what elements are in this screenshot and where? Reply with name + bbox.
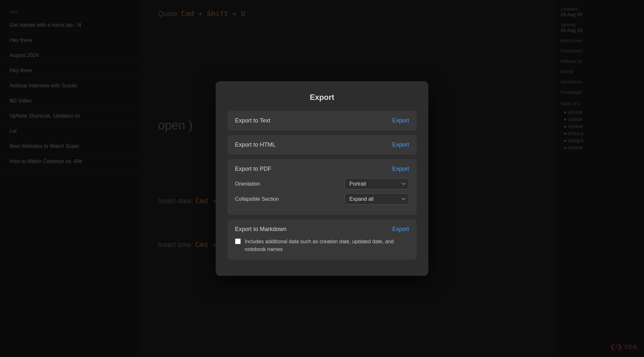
export-html-label: Export to HTML: [235, 141, 276, 148]
modal-title: Export: [227, 93, 417, 102]
collapsible-label: Collapsible Section: [235, 196, 279, 202]
export-html-button[interactable]: Export: [392, 141, 409, 148]
export-html-row: Export to HTML Export: [235, 141, 409, 148]
orientation-row: Orientation Portrait Landscape: [235, 178, 409, 189]
export-text-label: Export to Text: [235, 117, 270, 124]
export-markdown-section: Export to Markdown Export Includes addit…: [227, 219, 417, 260]
export-html-section: Export to HTML Export: [227, 135, 417, 155]
markdown-checkbox-row: Includes additional data such as creatio…: [235, 238, 409, 253]
export-pdf-button[interactable]: Export: [392, 166, 409, 172]
markdown-checkbox[interactable]: [235, 238, 241, 244]
export-text-button[interactable]: Export: [392, 117, 409, 124]
markdown-checkbox-label: Includes additional data such as creatio…: [245, 238, 409, 253]
pdf-options: Orientation Portrait Landscape Collapsib…: [235, 178, 409, 205]
export-pdf-section: Export to PDF Export Orientation Portrai…: [227, 159, 417, 215]
collapsible-row: Collapsible Section Expand all Collapse …: [235, 193, 409, 205]
modal-overlay[interactable]: Export Export to Text Export Export to H…: [0, 0, 644, 357]
export-pdf-label: Export to PDF: [235, 166, 271, 172]
export-markdown-label: Export to Markdown: [235, 226, 287, 233]
export-pdf-row: Export to PDF Export: [235, 166, 409, 172]
export-text-row: Export to Text Export: [235, 117, 409, 124]
orientation-label: Orientation: [235, 181, 260, 187]
collapsible-select[interactable]: Expand all Collapse all: [345, 193, 409, 205]
export-text-section: Export to Text Export: [227, 111, 417, 130]
orientation-select[interactable]: Portrait Landscape: [345, 178, 409, 189]
export-modal: Export Export to Text Export Export to H…: [216, 81, 428, 276]
export-markdown-row: Export to Markdown Export: [235, 226, 409, 233]
export-markdown-button[interactable]: Export: [392, 226, 409, 233]
